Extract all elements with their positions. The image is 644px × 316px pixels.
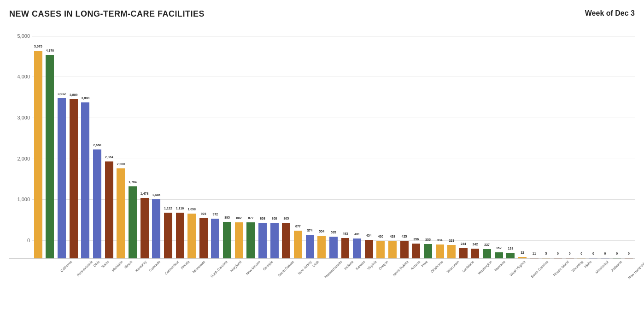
bar-group: 32 [516,24,528,258]
bar-value-label: 227 [484,243,490,246]
bar: 454 [365,240,373,258]
bar-group: 5 [540,24,552,258]
bar-value-label: 4,970 [46,49,54,52]
bar: 2,200 [117,168,125,258]
chart-title: NEW CASES IN LONG-TERM-CARE FACILITIES [9,9,205,19]
bar: 2,364 [105,161,113,258]
bar: 4,970 [46,55,54,258]
bar-group: 3,808 [80,24,92,258]
bar-group: 1,116 [174,24,186,258]
bar-value-label: 1,478 [141,192,149,195]
bar-value-label: 0 [604,252,606,255]
bar-group: 3,889 [68,24,80,258]
bar: 0 [625,258,633,258]
bar-group: 868 [257,24,269,258]
bar-value-label: 868 [260,217,265,220]
bar-value-label: 0 [628,252,630,255]
bar-group: 428 [386,24,398,258]
bars-wrapper: 5,0754,9703,9123,8893,8082,6602,3642,200… [32,24,635,258]
bar-value-label: 554 [319,230,324,233]
bar-value-label: 493 [343,232,348,235]
bar-group: 5,075 [32,24,44,258]
bar-group: 0 [587,24,599,258]
bar-group: 535 [328,24,340,258]
bar: 865 [282,223,290,258]
bar-value-label: 976 [201,212,206,215]
bar: 425 [400,241,409,258]
bar-group: 868 [269,24,281,258]
bar-value-label: 0 [616,252,618,255]
bar-group: 2,200 [115,24,127,258]
bar: 1,445 [152,199,160,258]
bar: 355 [424,244,432,258]
bar: 481 [353,238,361,258]
bar-value-label: 1,098 [187,208,196,211]
bar: 138 [506,253,515,258]
y-axis-label: 0 [9,238,30,243]
bar-group: 493 [340,24,351,258]
bar-value-label: 355 [425,238,431,241]
bar: 242 [471,249,480,258]
bar: 1,764 [129,186,137,258]
bar-group: 11 [528,24,540,258]
bar-group: 895 [221,24,233,258]
bar-value-label: 152 [496,246,502,250]
bar-value-label: 1,122 [164,207,172,210]
bar-group: 242 [469,24,481,258]
bar-value-label: 0 [569,252,571,255]
bar-group: 227 [481,24,493,258]
bar-group: 1,098 [186,24,198,258]
chart-container: NEW CASES IN LONG-TERM-CARE FACILITIES W… [0,0,644,316]
bar-value-label: 0 [557,252,559,255]
bar: 3,912 [58,98,66,258]
bar: 0 [554,258,562,258]
bar: 334 [436,244,444,258]
bar-value-label: 877 [248,216,254,220]
bar: 0 [589,258,597,258]
bar-value-label: 3,912 [58,92,66,95]
bar-group: 865 [280,24,292,258]
bar: 0 [577,258,585,258]
bar-group: 0 [552,24,564,258]
y-axis-label: 3,000 [9,115,30,120]
bar-group: 976 [198,24,210,258]
bar-group: 481 [351,24,363,258]
bar: 535 [329,237,338,258]
x-labels: CaliforniaPennsylvaniaOhioTexasMichiganI… [55,259,644,291]
bar-value-label: 868 [272,217,277,220]
bar-group: 1,445 [150,24,162,258]
bar: 877 [246,222,255,258]
bar-group: 138 [505,24,517,258]
bar: 5,075 [34,51,42,258]
bar: 0 [566,258,574,258]
bar: 574 [306,235,314,258]
bar-group: 430 [375,24,387,258]
bar-group: 0 [575,24,587,258]
bar-value-label: 2,660 [93,143,101,147]
bar-group: 0 [599,24,611,258]
bar-group: 0 [611,24,623,258]
bar: 32 [518,257,527,258]
bar-group: 356 [410,24,422,258]
bar: 244 [459,248,468,258]
bar-group: 574 [304,24,316,258]
bar-value-label: 138 [508,247,514,250]
bar-value-label: 1,116 [176,207,184,210]
bar-group: 454 [363,24,375,258]
bar-group: 323 [445,24,457,258]
bar-value-label: 1,764 [129,180,137,184]
y-axis-label: 1,000 [9,197,30,202]
state-label: New Hampshire [627,260,644,299]
bar: 677 [294,231,302,258]
bar-value-label: 1,445 [152,193,160,197]
bar-value-label: 242 [473,243,478,246]
chart-area: 01,0002,0003,0004,0005,000 5,0754,9703,9… [9,24,635,259]
y-axis-label: 2,000 [9,156,30,161]
x-label-item: California [55,259,70,291]
bar: 895 [223,222,231,258]
bar-value-label: 425 [402,235,407,238]
bar-group: 355 [422,24,434,258]
bar-value-label: 481 [354,233,360,236]
chart-header: NEW CASES IN LONG-TERM-CARE FACILITIES W… [9,9,635,19]
week-label: Week of Dec 3 [585,9,635,18]
